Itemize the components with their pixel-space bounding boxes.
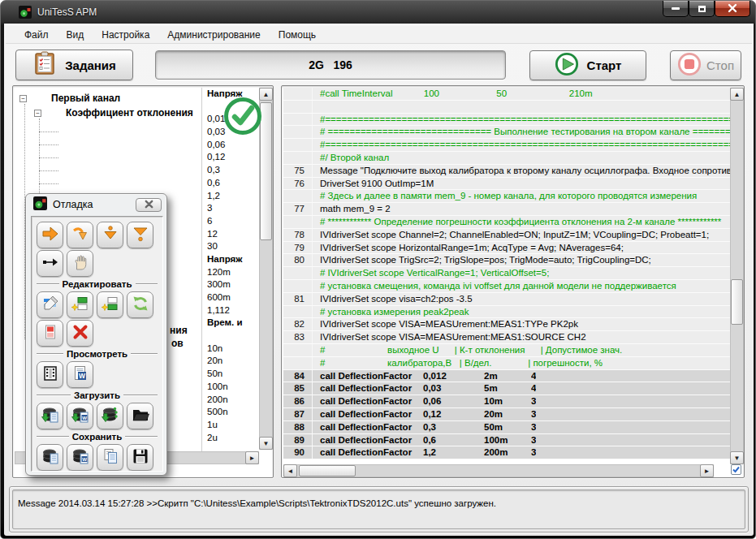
code-line-85[interactable]: 85call DeflectionFactor0,035m4 [283,382,730,395]
debug-close-button[interactable] [136,198,162,212]
code-line[interactable]: # выходное U | К-т отклонения | Допустим… [283,344,730,357]
debug-copy-script-button[interactable] [97,444,123,471]
script-scroll-up-icon[interactable]: ▲ [730,88,744,101]
value-item[interactable]: 1u [202,419,259,432]
code-line[interactable]: #call TimeInterval 100 50 210m [283,88,730,101]
menu-item-3[interactable]: Настройка [94,28,157,42]
code-line[interactable]: # Здесь и далее в памяти mem_9 - номер к… [283,190,730,203]
menu-item-1[interactable]: Файл [17,28,56,42]
value-item[interactable]: 1,2 [202,190,259,203]
debug-view-log-button[interactable] [37,361,63,388]
debug-save-word-db-button[interactable]: W [67,444,93,471]
code-line-77[interactable]: 77math mem_9 = 2 [283,203,730,216]
debug-save-file-button[interactable] [127,444,153,471]
code-line-83[interactable]: 83IVIdriverSet scope VISA=MEASUrement:ME… [283,331,730,344]
debug-load-word-db-button[interactable]: W [67,403,93,429]
value-item[interactable]: 1,112 [202,304,259,317]
code-line[interactable]: # ************ Определение погрешности к… [283,216,730,229]
value-item[interactable]: 0,6 [202,177,259,190]
debug-load-script-db-button[interactable] [37,403,63,429]
debug-step-over-button[interactable] [67,222,93,248]
debug-refresh-button[interactable] [127,291,153,318]
code-line[interactable]: # IVIdriverSet scope VerticalRange=1; Ve… [283,267,730,280]
code-line[interactable]: # ============================== Выполне… [283,126,730,139]
value-item[interactable]: 12 [202,228,259,241]
tree-collapse-box[interactable]: − [19,95,27,102]
code-line-88[interactable]: 88call DeflectionFactor0,350m3 [283,421,730,434]
code-line[interactable]: # установка смещения, команда ivi voffse… [283,280,730,293]
debug-step-into-button[interactable] [97,222,123,248]
task-name-field[interactable]: 2G 196 [155,50,506,80]
tree-scroll-right-icon[interactable]: ► [245,451,259,464]
script-vscrollbar[interactable] [730,88,744,464]
tree-node-deflection[interactable]: Коэффициент отклонения [66,107,193,119]
value-item[interactable]: 300m [202,278,259,291]
code-line[interactable]: #=======================================… [283,114,730,127]
value-item[interactable]: 120m [202,266,259,279]
start-button[interactable]: Старт [529,50,646,80]
menu-item-4[interactable]: Администрирование [160,28,267,42]
value-item[interactable]: 3 [202,202,259,215]
minimize-button[interactable] [663,1,689,17]
code-line-82[interactable]: 82IVIdriverSet scope VISA=MEASUrement:ME… [283,318,730,331]
debug-row-properties-button[interactable] [37,320,63,347]
value-item[interactable]: 100n [202,381,259,394]
code-line-76[interactable]: 76DriverSet 9100 OutImp=1M [283,178,730,191]
code-line[interactable] [283,101,730,114]
code-line[interactable]: #=======================================… [283,139,730,152]
value-item[interactable]: 0,3 [202,164,259,177]
code-line[interactable]: # установка измерения peak2peak [283,306,730,319]
value-item[interactable]: 200n [202,394,259,407]
close-button[interactable] [715,1,750,17]
value-item[interactable]: 2u [202,432,259,445]
value-item[interactable]: 20n [202,355,259,368]
code-line-89[interactable]: 89call DeflectionFactor0,6100m3 [283,434,730,447]
code-line-81[interactable]: 81IVIdriverSet scope visa=ch2:pos -3.5 [283,293,730,306]
debug-run-to-cursor-button[interactable] [127,222,153,248]
debug-delete-button[interactable] [67,320,93,347]
script-scroll-thumb[interactable] [731,279,743,325]
value-item[interactable]: 0,12 [202,151,259,164]
stop-button[interactable]: Стоп [670,50,741,80]
code-line-90[interactable]: 90call DeflectionFactor1,2200m3 [283,446,730,459]
code-line-86[interactable]: 86call DeflectionFactor0,0610m3 [283,395,730,408]
debug-sync-db-button[interactable] [97,403,123,429]
code-line-80[interactable]: 80IVIdriverSet scope TrigSrc=2; TrigSlop… [283,254,730,267]
script-scroll-left-icon[interactable]: ◄ [283,464,297,477]
menu-item-5[interactable]: Помощь [271,28,323,42]
debug-insert-row-above-button[interactable] [67,291,93,318]
debug-title-bar[interactable]: Отладка [26,194,166,215]
code-line-78[interactable]: 78IVIdriverSet scope Channel=2; ChannelE… [283,229,730,242]
value-item[interactable]: 6 [202,215,259,228]
code-line[interactable]: #/ Второй канал [283,152,730,165]
value-group-header[interactable]: Напряж [202,253,259,266]
value-group-header[interactable]: Врем. и [202,317,259,330]
debug-insert-row-below-button[interactable] [97,291,123,318]
tasks-button[interactable]: Задания [15,50,133,80]
debug-edit-script-button[interactable] [37,291,63,318]
value-item[interactable]: 10n [202,343,259,356]
tree-collapse-box[interactable]: − [34,110,41,117]
value-item[interactable]: 600m [202,291,259,304]
value-item[interactable]: 30 [202,240,259,253]
script-scroll-right-icon[interactable]: ► [700,464,714,477]
code-line-75[interactable]: 75Message "Подключите выход калибратора … [283,165,730,178]
code-line-87[interactable]: 87call DeflectionFactor0,1220m3 [283,408,730,421]
debug-step-out-button[interactable] [37,250,63,277]
debug-continue-button[interactable] [37,222,63,248]
script-hscroll-thumb[interactable] [299,465,356,476]
code-line-79[interactable]: 79IVIdriverSet scope HorizontalRange=1m;… [283,242,730,255]
value-item[interactable]: 0,06 [202,139,259,152]
tree-node-channel1[interactable]: Первый канал [51,93,120,104]
debug-view-word-report-button[interactable]: W [67,361,93,388]
debug-pause-hand-button[interactable] [67,250,93,277]
debug-open-folder-button[interactable] [127,403,153,429]
maximize-button[interactable] [689,1,715,17]
autoscroll-checkbox[interactable] [731,464,741,475]
menu-item-2[interactable]: Вид [59,28,92,42]
debug-save-script-db-button[interactable] [37,444,63,471]
value-item[interactable]: 50n [202,368,259,381]
value-item[interactable]: 500n [202,406,259,419]
code-line[interactable]: # калибратора,В | В/дел. | погрешности, … [283,357,730,370]
values-scroll-down-icon[interactable]: ▼ [259,437,273,450]
